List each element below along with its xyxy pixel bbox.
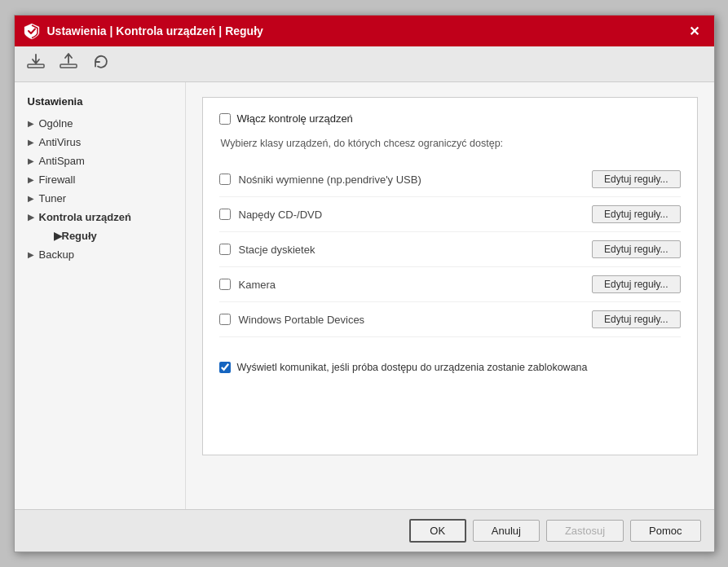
arrow-icon: ▶	[28, 175, 34, 184]
help-button[interactable]: Pomoc	[630, 520, 700, 542]
device-checkbox-cd[interactable]	[219, 209, 231, 220]
sidebar-item-label: AntiSpam	[39, 155, 85, 167]
arrow-icon: ▶	[28, 156, 34, 165]
export-icon	[59, 53, 78, 75]
device-label-usb[interactable]: Nośniki wymienne (np.pendrive'y USB)	[239, 174, 593, 186]
arrow-icon: ▶	[28, 250, 34, 259]
content-area: Ustawienia ▶ Ogólne ▶ AntiVirus ▶ AntiSp…	[15, 82, 714, 509]
arrow-icon: ▶	[28, 213, 34, 222]
refresh-icon	[92, 53, 110, 75]
device-label-cd[interactable]: Napędy CD-/DVD	[239, 209, 593, 221]
footer: OK Anuluj Zastosuj Pomoc	[15, 509, 714, 552]
edit-rules-btn-usb[interactable]: Edytuj reguły...	[592, 170, 680, 188]
enable-device-control-label[interactable]: Włącz kontrolę urządzeń	[237, 112, 353, 125]
sidebar: Ustawienia ▶ Ogólne ▶ AntiVirus ▶ AntiSp…	[15, 82, 186, 509]
device-row-camera: Kamera Edytuj reguły...	[219, 267, 681, 302]
sidebar-item-antivirus[interactable]: ▶ AntiVirus	[15, 133, 185, 152]
device-row-usb: Nośniki wymienne (np.pendrive'y USB) Edy…	[219, 162, 681, 197]
close-button[interactable]: ✕	[683, 20, 706, 42]
sidebar-item-firewall[interactable]: ▶ Firewall	[15, 170, 185, 189]
apply-button[interactable]: Zastosuj	[546, 520, 624, 542]
sidebar-item-label: Firewall	[39, 174, 76, 186]
arrow-icon: ▶	[28, 194, 34, 203]
display-message-checkbox[interactable]	[219, 362, 231, 373]
main-window: Ustawienia | Kontrola urządzeń | Reguły …	[14, 15, 715, 552]
arrow-icon: ▶	[28, 119, 34, 128]
edit-rules-btn-camera[interactable]: Edytuj reguły...	[592, 275, 680, 293]
sidebar-item-label: Ogólne	[39, 117, 73, 130]
sidebar-item-kontrola[interactable]: ▶ Kontrola urządzeń	[15, 208, 185, 226]
device-row-floppy: Stacje dyskietek Edytuj reguły...	[219, 232, 681, 267]
enable-device-control-checkbox[interactable]	[219, 113, 231, 125]
sidebar-title: Ustawienia	[15, 92, 185, 114]
device-row-wpd: Windows Portable Devices Edytuj reguły..…	[219, 302, 681, 337]
sidebar-item-label: AntiVirus	[39, 136, 82, 148]
device-checkbox-camera[interactable]	[219, 279, 231, 290]
device-row-cd: Napędy CD-/DVD Edytuj reguły...	[219, 197, 681, 232]
edit-rules-btn-floppy[interactable]: Edytuj reguły...	[592, 240, 680, 258]
device-label-floppy[interactable]: Stacje dyskietek	[239, 244, 593, 256]
device-checkbox-usb[interactable]	[219, 174, 231, 185]
sidebar-item-label: Kontrola urządzeń	[39, 211, 131, 223]
svg-rect-1	[60, 64, 77, 68]
device-label-wpd[interactable]: Windows Portable Devices	[239, 314, 593, 326]
bottom-check-row: Wyświetl komunikat, jeśli próba dostępu …	[219, 354, 681, 373]
panel-box: Włącz kontrolę urządzeń Wybierz klasy ur…	[202, 97, 698, 455]
sidebar-item-label: Tuner	[39, 192, 66, 204]
import-button[interactable]	[21, 51, 51, 77]
svg-rect-0	[28, 64, 44, 68]
edit-rules-btn-wpd[interactable]: Edytuj reguły...	[592, 310, 680, 328]
device-checkbox-floppy[interactable]	[219, 244, 231, 255]
toolbar	[15, 46, 714, 82]
arrow-icon: ▶	[54, 230, 62, 242]
main-panel: Włącz kontrolę urządzeń Wybierz klasy ur…	[186, 82, 714, 509]
sidebar-item-label: Backup	[39, 248, 74, 261]
title-bar: Ustawienia | Kontrola urządzeń | Reguły …	[15, 15, 714, 46]
import-icon	[26, 53, 46, 75]
refresh-button[interactable]	[86, 51, 116, 77]
device-checkbox-wpd[interactable]	[219, 314, 231, 325]
edit-rules-btn-cd[interactable]: Edytuj reguły...	[592, 205, 680, 223]
description-text: Wybierz klasy urządzeń, do których chces…	[219, 138, 681, 149]
export-button[interactable]	[54, 51, 83, 77]
display-message-label[interactable]: Wyświetl komunikat, jeśli próba dostępu …	[237, 362, 588, 373]
sidebar-item-backup[interactable]: ▶ Backup	[15, 245, 185, 264]
sidebar-item-tuner[interactable]: ▶ Tuner	[15, 189, 185, 208]
main-checkbox-row: Włącz kontrolę urządzeń	[219, 112, 681, 125]
ok-button[interactable]: OK	[409, 519, 466, 543]
device-label-camera[interactable]: Kamera	[239, 279, 593, 291]
sidebar-item-reguly[interactable]: ▶ Reguły	[15, 226, 185, 245]
sidebar-item-ogolne[interactable]: ▶ Ogólne	[15, 114, 185, 133]
sidebar-item-antispam[interactable]: ▶ AntiSpam	[15, 152, 185, 170]
title-bar-text: Ustawienia | Kontrola urządzeń | Reguły	[47, 24, 683, 37]
sidebar-item-label: Reguły	[62, 230, 97, 242]
arrow-icon: ▶	[28, 138, 34, 147]
cancel-button[interactable]: Anuluj	[473, 520, 540, 542]
app-icon	[23, 22, 41, 40]
